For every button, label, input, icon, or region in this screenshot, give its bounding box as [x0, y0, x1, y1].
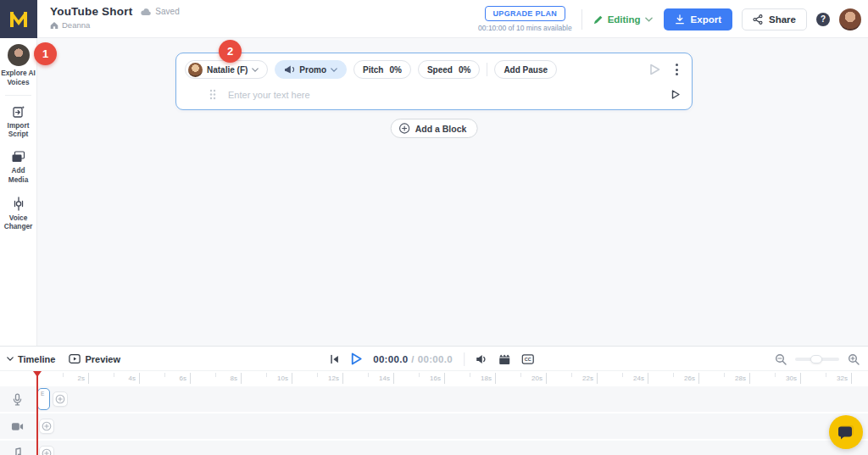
annotation-badge-2: 2	[219, 40, 242, 63]
text-input[interactable]: Enter your text here	[176, 79, 692, 100]
ruler-tick	[571, 373, 572, 377]
ruler-tick	[546, 373, 547, 384]
ruler-tick	[673, 373, 674, 377]
speed-value: 0%	[459, 65, 470, 75]
track-icon-col	[0, 413, 34, 439]
scenes-icon[interactable]	[498, 354, 510, 364]
track-icon-col	[0, 441, 34, 455]
play-button-icon[interactable]	[350, 352, 362, 365]
sidebar-item-add-media[interactable]: Add Media	[0, 145, 36, 191]
drag-handle-icon[interactable]	[209, 89, 216, 100]
plan-area: UPGRADE PLAN 00:10:00 of 10 mins availab…	[478, 6, 572, 32]
ruler-label: 4s	[117, 375, 136, 382]
chevron-down-icon	[645, 17, 653, 22]
ruler-label: 20s	[524, 375, 542, 382]
voice-selector[interactable]: Natalie (F)	[185, 60, 268, 79]
sidebar: Explore AI Voices Import Script Add Medi…	[0, 38, 37, 346]
ruler-tick	[597, 373, 598, 384]
ruler-tick	[63, 373, 64, 377]
ruler-tick	[88, 373, 89, 384]
chat-widget-button[interactable]	[829, 415, 863, 449]
zoom-slider[interactable]	[795, 358, 839, 361]
help-button[interactable]: ?	[816, 13, 830, 26]
user-avatar[interactable]	[839, 8, 861, 31]
ruler-tick	[800, 373, 801, 384]
ruler-label: 2s	[66, 375, 85, 382]
breadcrumb[interactable]: Deanna	[50, 20, 180, 30]
zoom-in-icon[interactable]	[848, 353, 860, 365]
voice-avatar-icon	[8, 44, 30, 66]
project-title[interactable]: YouTube Short	[50, 5, 132, 18]
ruler-tick	[393, 373, 394, 384]
share-label: Share	[769, 14, 796, 25]
volume-icon[interactable]	[476, 354, 487, 364]
ruler-label: 28s	[727, 375, 746, 382]
ruler-label: 16s	[422, 375, 441, 382]
skip-to-start-icon[interactable]	[330, 354, 339, 364]
timeline-collapse-toggle[interactable]: Timeline	[7, 354, 55, 364]
add-pause-button[interactable]: Add Pause	[494, 60, 557, 79]
ruler-tick	[826, 373, 826, 377]
speed-label: Speed	[427, 65, 453, 75]
header-actions: UPGRADE PLAN 00:10:00 of 10 mins availab…	[478, 0, 861, 38]
zoom-slider-handle[interactable]	[810, 355, 822, 363]
ruler-label: 24s	[626, 375, 644, 382]
sidebar-item-label: Import Script	[1, 121, 36, 140]
export-button[interactable]: Export	[664, 8, 732, 31]
chat-bubble-icon	[837, 424, 855, 441]
play-line-icon[interactable]	[671, 90, 680, 99]
ruler-label: 30s	[778, 375, 797, 382]
header: YouTube Short Saved Deanna UPGRADE PLAN …	[0, 0, 868, 38]
voice-style-selector[interactable]: Promo	[275, 60, 347, 79]
home-icon	[50, 21, 58, 30]
track-icon-col	[0, 386, 34, 412]
play-block-icon[interactable]	[649, 64, 660, 75]
chevron-down-icon	[331, 68, 337, 72]
preview-button[interactable]: Preview	[69, 353, 120, 364]
ruler-label: 10s	[270, 375, 288, 382]
zoom-out-icon[interactable]	[775, 353, 787, 365]
playhead-marker[interactable]	[33, 371, 42, 377]
share-button[interactable]: Share	[742, 8, 807, 31]
track-voice: E	[0, 386, 868, 412]
mode-dropdown[interactable]: Editing	[592, 14, 654, 25]
preview-label: Preview	[85, 354, 120, 364]
pitch-control[interactable]: Pitch 0%	[353, 60, 411, 79]
ruler-label: 26s	[676, 375, 695, 382]
sidebar-divider	[5, 95, 31, 96]
voice-style-label: Promo	[299, 65, 326, 75]
voice-clip[interactable]: E	[37, 388, 50, 410]
murf-logo[interactable]	[0, 0, 37, 38]
ruler-label: 32s	[829, 375, 848, 382]
mode-label: Editing	[608, 14, 641, 25]
sidebar-item-label: Explore AI Voices	[1, 69, 36, 87]
annotation-badge-1: 1	[34, 42, 57, 65]
timeline-tracks: E	[0, 386, 868, 455]
time-separator: /	[411, 354, 415, 364]
timeline-label: Timeline	[18, 354, 55, 364]
ruler-tick	[368, 373, 369, 377]
ruler-tick	[190, 373, 191, 384]
ruler-tick	[851, 373, 852, 384]
add-pause-label: Add Pause	[504, 65, 548, 75]
block-menu-button[interactable]	[674, 62, 680, 77]
speed-control[interactable]: Speed 0%	[418, 60, 480, 79]
captions-icon[interactable]: CC	[521, 354, 534, 364]
sidebar-item-voice-changer[interactable]: Voice Changer	[0, 191, 36, 238]
add-music-clip-button[interactable]	[39, 446, 54, 455]
ruler-tick	[775, 373, 776, 377]
sidebar-item-explore-ai-voices[interactable]: Explore AI Voices	[0, 38, 36, 93]
add-block-button[interactable]: Add a Block	[391, 119, 478, 138]
add-video-clip-button[interactable]	[39, 419, 54, 434]
add-voice-clip-button[interactable]	[53, 391, 68, 407]
timeline-ruler[interactable]: 2s4s6s8s10s12s14s16s18s20s22s24s26s28s30…	[0, 371, 868, 386]
sidebar-item-import-script[interactable]: Import Script	[0, 99, 36, 146]
upgrade-plan-button[interactable]: UPGRADE PLAN	[485, 6, 566, 21]
plus-circle-icon	[55, 394, 65, 404]
ruler-tick	[444, 373, 445, 384]
chevron-down-icon	[7, 357, 14, 361]
ruler-tick	[292, 373, 292, 384]
project-title-area: YouTube Short Saved Deanna	[50, 5, 180, 30]
playhead-line[interactable]	[36, 371, 38, 455]
voice-block: Natalie (F) Promo Pitch 0% Speed 0%	[175, 53, 693, 110]
